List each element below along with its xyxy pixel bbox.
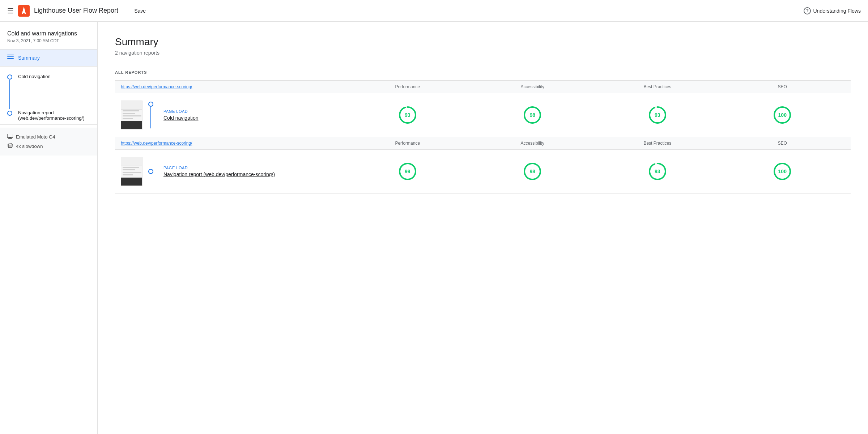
device-info-panel: Emulated Moto G4	[0, 128, 97, 156]
report-1-header-row: https://web.dev/performance-scoring/ Per…	[115, 81, 851, 93]
summary-title: Summary	[115, 36, 851, 48]
report-2-score-access: 98	[522, 161, 542, 182]
svg-rect-9	[9, 145, 11, 147]
report-card-1: https://web.dev/performance-scoring/ Per…	[115, 81, 851, 137]
report-1-score-seo: 100	[772, 105, 792, 125]
connector-line-1	[150, 107, 151, 128]
report-2-url[interactable]: https://web.dev/performance-scoring/	[121, 141, 345, 146]
sidebar-header: Cold and warm navigations Nov 3, 2021, 7…	[0, 22, 97, 49]
svg-rect-4	[7, 58, 14, 59]
report-1-col-best: Best Practices	[595, 84, 720, 89]
understanding-flows-label: Understanding Flows	[813, 8, 861, 14]
report-card-2: https://web.dev/performance-scoring/ Per…	[115, 137, 851, 193]
svg-rect-7	[8, 138, 12, 139]
report-2-name[interactable]: Navigation report (web.dev/performance-s…	[163, 171, 275, 177]
sidebar: Cold and warm navigations Nov 3, 2021, 7…	[0, 22, 98, 434]
all-reports-label: ALL REPORTS	[115, 70, 851, 75]
report-2-score-best-value: 93	[655, 169, 660, 174]
main-content: Summary 2 navigation reports ALL REPORTS…	[98, 22, 868, 434]
report-2-score-best: 93	[647, 161, 668, 182]
report-1-name[interactable]: Cold navigation	[163, 115, 199, 121]
report-2-col-seo: SEO	[720, 141, 845, 146]
slowdown-label: 4x slowdown	[16, 144, 43, 149]
report-1-info: Page load Cold navigation	[163, 109, 199, 121]
report-1-page-load: Page load	[163, 109, 199, 114]
report-2-col-perf: Performance	[345, 141, 470, 146]
lighthouse-logo	[18, 5, 30, 17]
report-1-score-perf-value: 93	[405, 112, 410, 118]
report-1-timeline	[148, 102, 153, 128]
cpu-icon	[7, 143, 13, 150]
timeline-line-1	[9, 80, 10, 109]
timeline-connector-1	[7, 73, 12, 109]
report-2-body-row: Page load Navigation report (web.dev/per…	[115, 150, 851, 193]
report-2-score-seo: 100	[772, 161, 792, 182]
report-2-header-row: https://web.dev/performance-scoring/ Per…	[115, 137, 851, 150]
menu-icon[interactable]: ☰	[7, 7, 14, 15]
report-1-score-best: 93	[647, 105, 668, 125]
svg-rect-2	[7, 55, 14, 55]
sidebar-report-date: Nov 3, 2021, 7:00 AM CDT	[7, 38, 90, 43]
report-1-thumbnail[interactable]	[121, 101, 142, 129]
report-1-body-left: Page load Cold navigation	[121, 101, 345, 129]
save-button[interactable]: Save	[131, 6, 149, 16]
report-1-col-seo: SEO	[720, 84, 845, 89]
sidebar-item-cold-navigation[interactable]: Cold navigation	[0, 69, 97, 109]
device-label: Emulated Moto G4	[16, 134, 55, 140]
connector-circle-2	[148, 169, 153, 174]
app-header: ☰ Lighthouse User Flow Report Save ? Und…	[0, 0, 868, 22]
report-1-score-best-value: 93	[655, 112, 660, 118]
sidebar-summary-label: Summary	[18, 55, 40, 61]
report-2-info: Page load Navigation report (web.dev/per…	[163, 166, 275, 177]
report-2-timeline	[148, 169, 153, 174]
report-1-score-perf: 93	[397, 105, 418, 125]
report-2-col-access: Accessibility	[470, 141, 595, 146]
report-1-col-perf: Performance	[345, 84, 470, 89]
report-1-url[interactable]: https://web.dev/performance-scoring/	[121, 84, 345, 89]
report-2-page-load: Page load	[163, 166, 275, 170]
summary-section: Summary 2 navigation reports	[115, 36, 851, 56]
header-left: ☰ Lighthouse User Flow Report Save	[7, 5, 804, 17]
understanding-flows-link[interactable]: ? Understanding Flows	[804, 7, 861, 14]
sidebar-cold-nav-label: Cold navigation	[18, 73, 51, 79]
sidebar-item-summary[interactable]: Summary	[0, 50, 97, 66]
report-2-body-left: Page load Navigation report (web.dev/per…	[121, 157, 345, 186]
device-info-row-2: 4x slowdown	[7, 143, 90, 150]
app-title: Lighthouse User Flow Report	[34, 7, 118, 14]
monitor-icon	[7, 134, 13, 140]
report-1-score-access-value: 98	[529, 112, 535, 118]
report-1-col-access: Accessibility	[470, 84, 595, 89]
svg-rect-5	[7, 134, 13, 137]
timeline-connector-2	[7, 109, 12, 116]
device-info-row-1: Emulated Moto G4	[7, 134, 90, 140]
svg-rect-6	[9, 137, 11, 138]
app-layout: Cold and warm navigations Nov 3, 2021, 7…	[0, 22, 868, 434]
report-1-score-seo-value: 100	[778, 112, 787, 118]
connector-circle-1	[148, 102, 153, 107]
report-2-score-perf: 99	[397, 161, 418, 182]
summary-icon	[7, 55, 14, 61]
report-2-thumbnail[interactable]	[121, 157, 142, 186]
timeline-circle-2	[7, 111, 12, 116]
sidebar-item-nav-report[interactable]: Navigation report(web.dev/performance-sc…	[0, 109, 97, 125]
report-1-score-access: 98	[522, 105, 542, 125]
sidebar-nav-report-label: Navigation report(web.dev/performance-sc…	[18, 109, 85, 121]
report-2-score-seo-value: 100	[778, 169, 787, 174]
report-2-score-perf-value: 99	[405, 169, 410, 174]
timeline-circle-1	[7, 75, 12, 80]
sidebar-nav-items: Cold navigation Navigation report(web.de…	[0, 67, 97, 128]
report-1-body-row: Page load Cold navigation 93	[115, 93, 851, 137]
report-2-score-access-value: 98	[529, 169, 535, 174]
svg-rect-3	[7, 56, 14, 57]
report-2-col-best: Best Practices	[595, 141, 720, 146]
summary-subtitle: 2 navigation reports	[115, 50, 851, 56]
question-icon: ?	[804, 7, 811, 14]
sidebar-report-title: Cold and warm navigations	[7, 30, 90, 37]
